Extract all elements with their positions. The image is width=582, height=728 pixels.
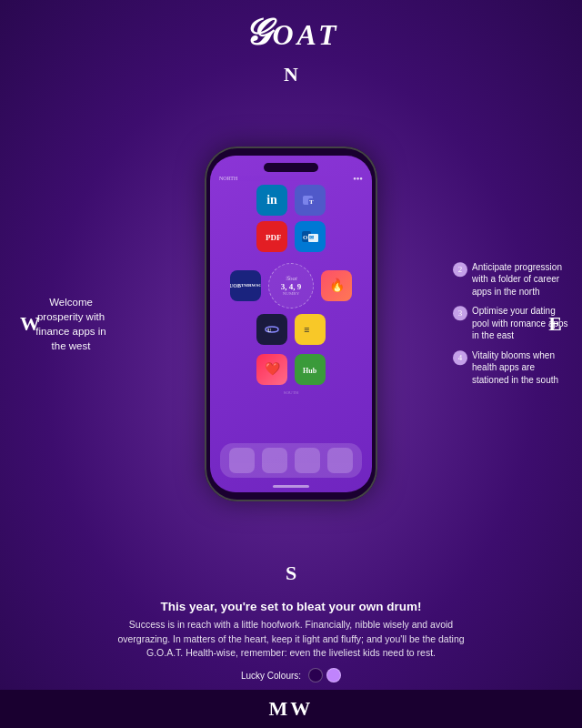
colour-dots xyxy=(308,668,341,682)
svg-text:✉: ✉ xyxy=(309,235,314,240)
dock-icon-3[interactable] xyxy=(295,448,320,473)
svg-text:U: U xyxy=(267,328,272,333)
east-annotations: 2 Anticipate progression with a folder o… xyxy=(453,261,571,387)
annotation-2: 2 Anticipate progression with a folder o… xyxy=(453,261,571,298)
app-linkedin[interactable]: in xyxy=(256,185,287,216)
annotation-3: 3 Optimise your dating pool with romance… xyxy=(453,306,571,343)
health-apps-south: ❤️ Hub xyxy=(210,349,372,389)
app-tinder[interactable]: 🔥 xyxy=(321,270,352,301)
app-cardup[interactable]: U xyxy=(256,314,287,345)
dock-icon-4[interactable] xyxy=(327,448,353,473)
footer-brand: MW xyxy=(269,697,314,720)
dock-icon-1[interactable] xyxy=(229,448,255,473)
middle-row: UOB TMRW SG 𝒢oat 3, 4, 9 NUMBY 🔥 xyxy=(210,261,372,310)
svg-text:O: O xyxy=(303,234,308,241)
dock-icon-2[interactable] xyxy=(262,448,287,473)
career-apps-north: in T PDF xyxy=(210,181,372,261)
svg-text:Hub: Hub xyxy=(303,367,317,375)
app-row-1: in T xyxy=(219,185,363,216)
app-uob[interactable]: UOB TMRW SG xyxy=(230,270,261,301)
lucky-label: Lucky Colours: xyxy=(241,671,301,681)
colour-dot-dark xyxy=(308,668,323,682)
app-teams[interactable]: T xyxy=(295,185,326,216)
status-left: NORTH xyxy=(219,176,237,181)
status-bar: NORTH ●●● xyxy=(210,176,372,181)
colour-dot-light xyxy=(326,668,341,682)
compass-area: N S W E 1 Welcome prosperity with financ… xyxy=(0,54,582,594)
phone: NORTH ●●● in T xyxy=(205,147,377,501)
app-row-4: U ≡ xyxy=(210,310,372,349)
screen-bottom-status: SOUTH xyxy=(210,390,372,395)
center-goat-label: 𝒢oat xyxy=(285,275,297,282)
header: 𝒢OAT xyxy=(0,0,582,54)
app-bumble[interactable]: ≡ xyxy=(295,314,326,345)
svg-text:T: T xyxy=(309,198,314,206)
phone-screen: NORTH ●●● in T xyxy=(210,156,372,492)
app-outlook[interactable]: O ✉ xyxy=(295,221,326,252)
bottom-section: This year, you're set to bleat your own … xyxy=(0,594,582,690)
svg-text:PDF: PDF xyxy=(266,233,281,242)
annotation-text-3: Optimise your dating pool with romance a… xyxy=(472,306,571,343)
status-right: ●●● xyxy=(353,176,363,181)
phone-outer: NORTH ●●● in T xyxy=(205,147,377,501)
annotation-num-3: 3 xyxy=(453,307,467,321)
compass-south: S xyxy=(286,561,296,585)
annotation-num-2: 2 xyxy=(453,262,467,277)
compass-north: N xyxy=(284,63,298,86)
phone-dock xyxy=(220,443,362,478)
center-numby: NUMBY xyxy=(283,291,300,296)
svg-text:≡: ≡ xyxy=(304,324,309,335)
center-numbers: 3, 4, 9 xyxy=(281,282,302,291)
center-circle: 𝒢oat 3, 4, 9 NUMBY xyxy=(268,263,314,308)
west-annotation: 1 Welcome prosperity with finance apps i… xyxy=(35,295,107,353)
goat-logo: 𝒢OAT xyxy=(0,11,582,54)
lucky-colours: Lucky Colours: xyxy=(18,668,564,682)
app-health[interactable]: ❤️ xyxy=(256,354,287,385)
bottom-body: Success is in reach with a little hoofwo… xyxy=(109,618,473,661)
bottom-headline: This year, you're set to bleat your own … xyxy=(18,600,564,613)
dynamic-island xyxy=(264,163,318,172)
app-hub[interactable]: Hub xyxy=(295,354,326,385)
annotation-num-4: 4 xyxy=(453,350,467,365)
app-adobe[interactable]: PDF xyxy=(256,221,287,252)
footer: MW xyxy=(0,690,582,728)
annotation-text-2: Anticipate progression with a folder of … xyxy=(472,261,571,298)
app-row-2: PDF O ✉ xyxy=(219,221,363,252)
home-indicator xyxy=(273,485,309,488)
annotation-text-4: Vitality blooms when health apps are sta… xyxy=(472,349,571,387)
annotation-4: 4 Vitality blooms when health apps are s… xyxy=(453,349,571,387)
